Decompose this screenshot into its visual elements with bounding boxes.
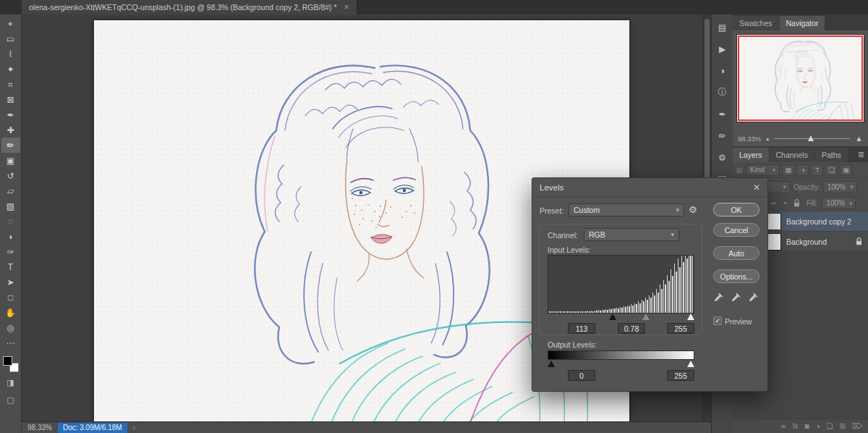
healing-brush-tool-icon[interactable]: ✚: [1, 122, 20, 138]
output-levels-slider[interactable]: [548, 361, 694, 368]
filter-smart-objects-icon[interactable]: ▣: [840, 164, 852, 176]
ok-button[interactable]: OK: [713, 203, 760, 216]
auto-button[interactable]: Auto: [713, 246, 760, 260]
cancel-button[interactable]: Cancel: [713, 223, 760, 237]
input-highlight-field[interactable]: [667, 323, 694, 334]
histogram-bar: [578, 311, 579, 313]
layer-mask-icon[interactable]: ◙: [804, 422, 809, 430]
slider-handle[interactable]: [808, 135, 814, 141]
brush-tool-icon[interactable]: ✏: [1, 138, 20, 153]
panel-menu-icon[interactable]: ≣: [858, 150, 864, 159]
channel-dropdown[interactable]: RGB ▾: [584, 228, 679, 241]
filter-adjustment-layers-icon[interactable]: ◑: [796, 164, 809, 176]
shadow-output-slider[interactable]: [548, 361, 555, 367]
brush-settings-panel-icon[interactable]: ✏: [715, 129, 731, 143]
navigator-thumbnail[interactable]: [736, 34, 864, 122]
actions-panel-icon[interactable]: ▶: [715, 42, 731, 56]
swatches-panel-icon[interactable]: ▤: [715, 20, 731, 34]
preset-dropdown[interactable]: Custom ▾: [569, 203, 684, 216]
color-swatches[interactable]: [3, 356, 19, 372]
edit-toolbar-tool-icon[interactable]: ⋯: [1, 335, 20, 350]
shadow-input-slider[interactable]: [609, 314, 616, 320]
histogram-bar: [678, 258, 679, 313]
foreground-color-swatch[interactable]: [3, 356, 12, 366]
histogram-bar: [654, 295, 655, 313]
zoom-level[interactable]: 98.33%: [27, 424, 52, 432]
histogram-bar: [618, 308, 619, 313]
opacity-dropdown[interactable]: 100% ▾: [823, 181, 857, 193]
layer-style-icon[interactable]: fx: [793, 422, 799, 430]
document-tab[interactable]: olena-sergienko-XttWKETqCCQ-unsplash-(1)…: [22, 0, 357, 14]
highlight-input-slider[interactable]: [687, 314, 694, 320]
tab-close-icon[interactable]: ×: [344, 3, 349, 12]
black-point-eyedropper-icon[interactable]: [713, 292, 724, 303]
measure-panel-icon[interactable]: ✒: [715, 107, 731, 121]
fill-dropdown[interactable]: 100% ▾: [822, 197, 856, 209]
hand-tool-icon[interactable]: ✋: [1, 305, 20, 320]
history-brush-tool-icon[interactable]: ↺: [1, 168, 20, 183]
filter-type-layers-icon[interactable]: T: [811, 164, 823, 176]
lock-image-icon[interactable]: ✏: [769, 198, 779, 209]
histogram-bar: [592, 311, 594, 313]
kind-dropdown[interactable]: Kind ▾: [746, 164, 780, 176]
preview-checkbox[interactable]: ✓: [713, 316, 722, 325]
tab-channels[interactable]: Channels: [770, 148, 814, 162]
lock-position-icon[interactable]: ⌖: [780, 198, 791, 209]
tab-layers[interactable]: Layers: [733, 148, 769, 162]
gray-point-eyedropper-icon[interactable]: [731, 292, 741, 303]
zoom-in-icon[interactable]: ▲: [855, 134, 863, 143]
pen-tool-icon[interactable]: ✑: [1, 244, 20, 259]
options-button[interactable]: Options...: [713, 269, 760, 283]
output-highlight-field[interactable]: [667, 370, 694, 381]
new-group-icon[interactable]: ❏: [827, 422, 833, 430]
status-chevron-icon[interactable]: ›: [133, 424, 135, 432]
delete-layer-icon[interactable]: ⌦: [852, 422, 862, 430]
dodge-tool-icon[interactable]: ◖: [1, 229, 20, 244]
marquee-tool-icon[interactable]: ▭: [1, 31, 20, 46]
filter-shape-layers-icon[interactable]: ❏: [825, 164, 838, 176]
gear-icon[interactable]: ⚙: [689, 204, 697, 215]
lock-all-icon[interactable]: [792, 198, 802, 209]
screen-mode-icon[interactable]: ▢: [1, 392, 20, 407]
move-tool-icon[interactable]: ⌖: [1, 16, 20, 31]
levels-dialog-titlebar[interactable]: Levels ✕: [532, 178, 767, 197]
new-layer-icon[interactable]: ⊞: [839, 422, 845, 430]
eraser-tool-icon[interactable]: ▱: [1, 183, 20, 198]
frame-tool-icon[interactable]: ⊠: [1, 92, 20, 107]
crop-tool-icon[interactable]: ⌗: [1, 77, 20, 92]
new-adjustment-layer-icon[interactable]: ◑: [815, 422, 820, 430]
output-levels-label: Output Levels:: [548, 340, 597, 349]
navigator-zoom-slider[interactable]: [774, 134, 850, 143]
tab-navigator[interactable]: Navigator: [780, 16, 825, 30]
zoom-tool-icon[interactable]: ◎: [1, 320, 20, 335]
adjustments-panel-icon[interactable]: ◑: [715, 64, 731, 77]
info-panel-icon[interactable]: ⓘ: [715, 85, 731, 99]
filter-pixel-layers-icon[interactable]: ▦: [782, 164, 794, 176]
white-point-eyedropper-icon[interactable]: [748, 292, 759, 303]
gradient-tool-icon[interactable]: ▨: [1, 198, 20, 214]
blur-tool-icon[interactable]: ◌: [1, 214, 20, 229]
type-tool-icon[interactable]: T: [1, 259, 20, 274]
midtone-input-slider[interactable]: [642, 314, 650, 320]
lasso-tool-icon[interactable]: ⌇: [1, 46, 20, 62]
link-layers-icon[interactable]: ∞: [780, 422, 786, 430]
navigator-zoom-value[interactable]: 98.33%: [738, 135, 761, 143]
clone-stamp-tool-icon[interactable]: ▣: [1, 153, 20, 168]
input-midtone-field[interactable]: [618, 323, 645, 334]
shape-tool-icon[interactable]: □: [1, 290, 20, 305]
highlight-output-slider[interactable]: [687, 361, 694, 367]
tab-paths[interactable]: Paths: [815, 148, 848, 162]
doc-size-info[interactable]: Doc: 3.09M/6.18M: [58, 423, 127, 433]
tab-swatches[interactable]: Swatches: [733, 16, 779, 30]
histogram-bar: [567, 311, 569, 313]
tool-presets-panel-icon[interactable]: ⚙: [715, 151, 731, 164]
eyedropper-tool-icon[interactable]: ✒: [1, 107, 20, 122]
zoom-out-icon[interactable]: ▴: [766, 135, 769, 142]
magic-wand-tool-icon[interactable]: ✦: [1, 62, 20, 77]
output-shadow-field[interactable]: [568, 370, 595, 381]
input-shadow-field[interactable]: [568, 323, 595, 334]
input-levels-slider[interactable]: [548, 314, 694, 321]
close-icon[interactable]: ✕: [753, 182, 760, 193]
quick-mask-icon[interactable]: ◨: [1, 375, 20, 390]
path-select-tool-icon[interactable]: ➤: [1, 274, 20, 290]
